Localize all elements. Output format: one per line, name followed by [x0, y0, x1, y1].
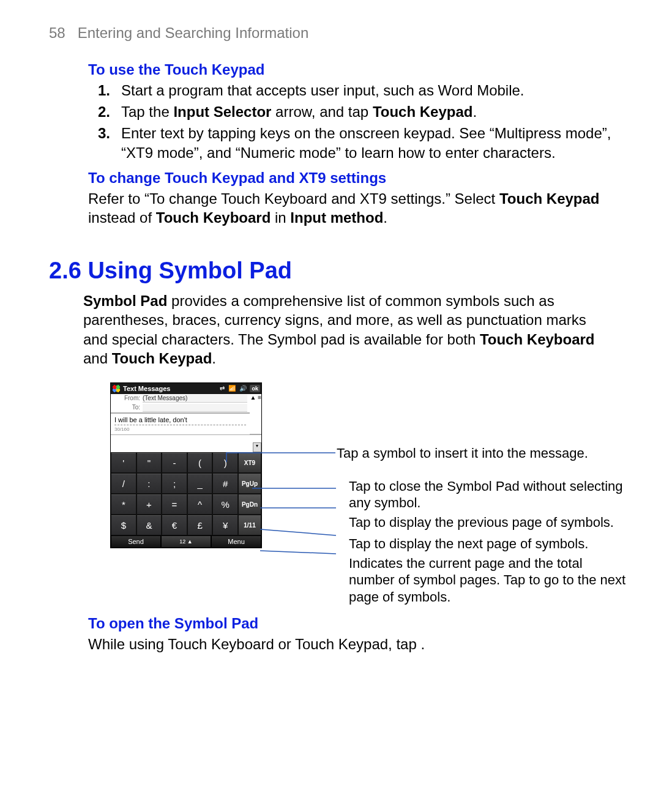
windows-flag-icon [112, 385, 121, 392]
to-input[interactable] [143, 404, 247, 412]
text: . [383, 209, 387, 226]
emph: Touch Keypad [373, 103, 473, 120]
from-label: From: [113, 395, 143, 403]
sidekey-1-11[interactable]: 1/11 [238, 515, 261, 535]
callout-close: Tap to close the Symbol Pad without sele… [349, 478, 630, 512]
app-title: Text Messages [123, 385, 217, 392]
symbol-key[interactable]: ' [111, 452, 136, 473]
symbol-key[interactable]: ¥ [212, 515, 238, 535]
step-text: . [472, 103, 477, 120]
symbol-key[interactable]: ; [162, 473, 187, 494]
symbol-key[interactable]: + [136, 494, 162, 515]
emph: Symbol Pad [83, 292, 167, 309]
symbol-key[interactable]: _ [187, 473, 213, 494]
step-number: 1. [98, 81, 110, 100]
softkey-menu[interactable]: Menu [211, 535, 261, 548]
input-selector-row: ▾ [111, 434, 261, 452]
symbol-key[interactable]: % [212, 494, 238, 515]
symbol-key[interactable]: £ [187, 515, 213, 535]
paragraph-symbol-pad: Symbol Pad provides a comprehensive list… [83, 291, 612, 368]
symbol-key[interactable]: * [111, 494, 136, 515]
step-text: Tap the [121, 103, 173, 120]
symbol-key[interactable]: - [162, 452, 187, 473]
symbol-key[interactable]: € [162, 515, 187, 535]
symbol-key[interactable]: $ [111, 515, 136, 535]
paragraph-change-settings: Refer to “To change Touch Keyboard and X… [88, 189, 612, 227]
from-value: (Text Messages) [143, 395, 247, 403]
message-body[interactable]: I will be a little late, don't 30/160 [111, 413, 250, 434]
scroll-grip-icon[interactable]: ≡ [258, 394, 261, 401]
input-selector-arrow[interactable]: ▾ [253, 442, 261, 452]
step-number: 2. [98, 102, 110, 121]
emph: Touch Keyboard [156, 209, 271, 226]
symbol-key[interactable]: # [212, 473, 238, 494]
symbol-key[interactable]: & [136, 515, 162, 535]
svg-line-3 [260, 551, 336, 554]
text: in [271, 209, 290, 226]
scroll-up-icon[interactable]: ▲ [250, 394, 256, 401]
char-counter: 30/160 [114, 425, 246, 432]
symbol-key[interactable]: ) [212, 452, 238, 473]
volume-icon: 🔊 [239, 385, 247, 392]
callout-page-indicator: Indicates the current page and the total… [349, 555, 630, 606]
device-screenshot: Text Messages ⇄ 📶 🔊 ok From: (Text Messa… [110, 382, 262, 548]
step-text: arrow, and tap [271, 103, 372, 120]
to-row[interactable]: To: [111, 403, 250, 412]
symbol-pad-figure: Text Messages ⇄ 📶 🔊 ok From: (Text Messa… [110, 382, 612, 600]
scroll-rail[interactable]: ▲ ≡ [250, 394, 261, 434]
titlebar: Text Messages ⇄ 📶 🔊 ok [111, 383, 261, 394]
symbol-key[interactable]: ^ [187, 494, 213, 515]
callout-pgup: Tap to display the previous page of symb… [349, 514, 614, 531]
sync-icon: ⇄ [219, 385, 225, 392]
text: Refer to “To change Touch Keyboard and X… [88, 190, 499, 207]
symbol-key[interactable]: ( [187, 452, 213, 473]
text: and [83, 350, 112, 367]
callout-pgdn: Tap to display the next page of symbols. [349, 535, 588, 553]
symbol-key[interactable]: : [136, 473, 162, 494]
sidekey-xt9[interactable]: XT9 [238, 452, 261, 473]
step-2: 2. Tap the Input Selector arrow, and tap… [88, 102, 612, 121]
step-number: 3. [98, 124, 110, 143]
softkey-mode[interactable]: 12 ▲ [161, 535, 211, 548]
step-3: 3. Enter text by tapping keys on the ons… [88, 124, 612, 162]
symbol-keypad: '"-()XT9/:;_#PgUp*+=^%PgDn$&€£¥1/11 [111, 452, 261, 535]
paragraph-open-symbol-pad: While using Touch Keyboard or Touch Keyp… [88, 635, 612, 654]
sidekey-pgdn[interactable]: PgDn [238, 494, 261, 515]
emph: Input method [290, 209, 383, 226]
emph: Touch Keypad [112, 350, 212, 367]
callout-insert: Tap a symbol to insert it into the messa… [337, 445, 588, 462]
manual-page: 58 Entering and Searching Information To… [0, 0, 661, 693]
running-header: 58 Entering and Searching Information [49, 24, 612, 42]
emph: Touch Keyboard [480, 331, 595, 348]
emph: Input Selector [173, 103, 271, 120]
ok-button[interactable]: ok [250, 385, 260, 392]
text: instead of [88, 209, 156, 226]
step-text: Start a program that accepts user input,… [121, 82, 525, 99]
chapter-title: Entering and Searching Information [78, 24, 309, 41]
typed-text: I will be a little late, don't [114, 416, 246, 423]
steps-use-touch-keypad: 1. Start a program that accepts user inp… [88, 81, 612, 162]
symbol-key[interactable]: = [162, 494, 187, 515]
softkey-bar: Send 12 ▲ Menu [111, 535, 261, 548]
symbol-key[interactable]: / [111, 473, 136, 494]
from-row: From: (Text Messages) [111, 394, 250, 403]
subhead-use-touch-keypad: To use the Touch Keypad [88, 61, 612, 78]
to-label: To: [113, 404, 143, 412]
sidekey-pgup[interactable]: PgUp [238, 473, 261, 494]
symbol-key[interactable]: " [136, 452, 162, 473]
text: . [212, 350, 216, 367]
step-text: Enter text by tapping keys on the onscre… [121, 125, 611, 160]
signal-icon: 📶 [228, 385, 236, 392]
section-heading-2-6: 2.6 Using Symbol Pad [49, 258, 612, 284]
subhead-change-settings: To change Touch Keypad and XT9 settings [88, 169, 612, 187]
step-1: 1. Start a program that accepts user inp… [88, 81, 612, 100]
page-number: 58 [49, 24, 65, 41]
subhead-open-symbol-pad: To open the Symbol Pad [88, 615, 612, 632]
emph: Touch Keypad [499, 190, 600, 207]
softkey-send[interactable]: Send [111, 535, 161, 548]
svg-line-2 [260, 529, 336, 535]
